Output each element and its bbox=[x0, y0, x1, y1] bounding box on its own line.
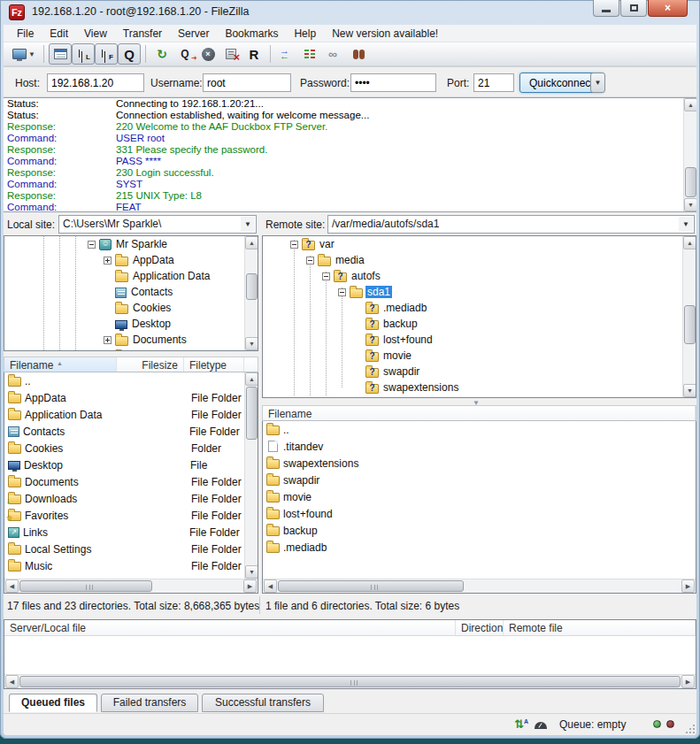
remote-list-hscrollbar[interactable]: ◀ ▶ bbox=[263, 579, 696, 593]
log-scrollbar[interactable]: ▲ ▼ bbox=[683, 98, 696, 211]
scrollbar-thumb[interactable] bbox=[685, 167, 696, 197]
tree-item-application-data[interactable]: Application Data bbox=[4, 268, 258, 284]
tab-failed-transfers[interactable]: Failed transfers bbox=[101, 694, 198, 712]
tree-item-sda1[interactable]: sda1 bbox=[263, 284, 696, 300]
scrollbar-thumb[interactable] bbox=[684, 305, 696, 344]
file-row[interactable]: swapextensions bbox=[263, 455, 696, 472]
scroll-left-icon[interactable]: ◀ bbox=[5, 675, 19, 688]
maximize-button[interactable] bbox=[620, 0, 647, 17]
file-row[interactable]: .. bbox=[263, 421, 696, 438]
remote-tree-scrollbar[interactable]: ▲ ▼ bbox=[682, 236, 696, 397]
scroll-right-icon[interactable]: ▶ bbox=[681, 675, 695, 688]
menu-bookmarks[interactable]: Bookmarks bbox=[217, 25, 286, 42]
tree-item-dvd[interactable]: dvd bbox=[263, 395, 696, 398]
menu-new-version-notice[interactable]: New version available! bbox=[324, 25, 446, 42]
file-row[interactable]: DownloadsFile Folder bbox=[4, 490, 244, 507]
scroll-up-icon[interactable]: ▲ bbox=[245, 372, 258, 386]
transfer-type-icon[interactable]: ⇅A bbox=[514, 717, 528, 731]
tree-item-desktop[interactable]: Desktop bbox=[4, 316, 258, 332]
close-button[interactable]: × bbox=[648, 0, 688, 17]
file-row[interactable]: DocumentsFile Folder bbox=[4, 473, 244, 490]
scroll-up-icon[interactable]: ▲ bbox=[245, 236, 258, 249]
scrollbar-thumb[interactable] bbox=[278, 580, 464, 592]
quickconnect-dropdown-button[interactable]: ▼ bbox=[590, 73, 605, 93]
file-row[interactable]: lost+found bbox=[263, 505, 696, 522]
local-list-hscrollbar[interactable]: ◀ ▶ bbox=[4, 579, 258, 593]
tree-item-swapextensions[interactable]: swapextensions bbox=[263, 380, 696, 395]
tree-item-swapdir[interactable]: swapdir bbox=[263, 364, 696, 380]
column-header-server-local-file[interactable]: Server/Local file bbox=[4, 620, 456, 635]
site-manager-button[interactable]: ▼ bbox=[9, 43, 39, 65]
tree-item-downloads[interactable]: Downloads bbox=[4, 348, 258, 351]
tree-item-var[interactable]: var bbox=[263, 236, 696, 252]
tree-item-documents[interactable]: Documents bbox=[4, 332, 258, 348]
menu-server[interactable]: Server bbox=[170, 25, 217, 42]
scrollbar-thumb[interactable] bbox=[246, 273, 258, 300]
collapse-icon[interactable] bbox=[88, 241, 96, 249]
tree-item-media[interactable]: media bbox=[263, 252, 696, 268]
scroll-down-icon[interactable]: ▼ bbox=[684, 198, 696, 211]
file-row[interactable]: AppDataFile Folder bbox=[4, 389, 244, 406]
scroll-left-icon[interactable]: ◀ bbox=[264, 579, 277, 593]
toggle-local-tree-button[interactable] bbox=[72, 43, 95, 65]
local-site-combobox[interactable]: C:\Users\Mr Sparkle\ ▼ bbox=[58, 215, 257, 234]
scrollbar-thumb[interactable] bbox=[19, 676, 681, 687]
file-row[interactable]: MusicFile Folder bbox=[4, 557, 244, 574]
host-input[interactable] bbox=[47, 73, 144, 92]
file-row[interactable]: ContactsFile Folder bbox=[4, 423, 244, 440]
tree-item-contacts[interactable]: Contacts bbox=[4, 284, 258, 300]
file-row[interactable]: backup bbox=[263, 522, 696, 539]
collapse-icon[interactable] bbox=[306, 257, 314, 265]
file-row[interactable]: Application DataFile Folder bbox=[4, 406, 244, 423]
scroll-right-icon[interactable]: ▶ bbox=[243, 579, 257, 593]
tab-queued-files[interactable]: Queued files bbox=[9, 694, 97, 712]
synchronized-browsing-button[interactable]: ∞ bbox=[321, 43, 344, 65]
find-files-button[interactable] bbox=[344, 43, 367, 65]
toggle-remote-tree-button[interactable] bbox=[95, 43, 118, 65]
directory-comparison-button[interactable] bbox=[298, 43, 321, 65]
menu-help[interactable]: Help bbox=[286, 25, 324, 42]
process-queue-button[interactable]: Q bbox=[173, 43, 196, 65]
file-row[interactable]: Local SettingsFile Folder bbox=[4, 541, 244, 557]
file-row[interactable]: swapdir bbox=[263, 472, 696, 488]
scroll-left-icon[interactable]: ◀ bbox=[5, 579, 19, 593]
scroll-up-icon[interactable]: ▲ bbox=[684, 98, 696, 111]
scrollbar-thumb[interactable] bbox=[19, 580, 152, 592]
collapse-icon[interactable] bbox=[322, 272, 330, 280]
column-header-direction[interactable]: Direction bbox=[456, 620, 504, 635]
refresh-button[interactable]: ↻ bbox=[150, 43, 173, 65]
tree-item-mr-sparkle[interactable]: Mr Sparkle bbox=[4, 236, 258, 252]
expand-icon[interactable] bbox=[104, 336, 112, 344]
collapse-icon[interactable] bbox=[290, 241, 298, 249]
column-header-remote-file[interactable]: Remote file bbox=[504, 620, 696, 635]
tree-item-appdata[interactable]: AppData bbox=[4, 252, 258, 268]
collapse-icon[interactable] bbox=[338, 288, 346, 296]
minimize-button[interactable] bbox=[593, 0, 619, 17]
toggle-queue-button[interactable]: Q bbox=[118, 43, 141, 65]
local-tree-scrollbar[interactable]: ▲ ▼ bbox=[244, 236, 258, 350]
disconnect-button[interactable] bbox=[219, 43, 242, 65]
file-row[interactable]: FavoritesFile Folder bbox=[4, 507, 244, 524]
file-row[interactable]: movie bbox=[263, 488, 696, 505]
password-input[interactable] bbox=[350, 73, 436, 92]
queue-hscrollbar[interactable]: ◀ ▶ bbox=[4, 674, 696, 688]
tree-item-lost-found[interactable]: lost+found bbox=[263, 332, 696, 348]
reconnect-button[interactable]: R bbox=[242, 43, 265, 65]
scroll-down-icon[interactable]: ▼ bbox=[245, 337, 258, 350]
tree-item-movie[interactable]: movie bbox=[263, 348, 696, 364]
menu-edit[interactable]: Edit bbox=[42, 25, 76, 42]
scroll-down-icon[interactable]: ▼ bbox=[683, 384, 696, 397]
file-row[interactable]: LinksFile Folder bbox=[4, 524, 244, 541]
remote-site-combobox[interactable]: /var/media/autofs/sda1 ▼ bbox=[327, 215, 695, 234]
tree-item-cookies[interactable]: Cookies bbox=[4, 300, 258, 316]
menu-view[interactable]: View bbox=[76, 25, 115, 42]
scrollbar-thumb[interactable] bbox=[246, 387, 258, 440]
title-bar[interactable]: Fz 192.168.1.20 - root@192.168.1.20 - Fi… bbox=[0, 0, 700, 25]
chevron-down-icon[interactable]: ▼ bbox=[679, 217, 693, 232]
tree-item-mediadb[interactable]: .mediadb bbox=[263, 300, 696, 316]
port-input[interactable] bbox=[473, 73, 514, 92]
menu-file[interactable]: File bbox=[9, 25, 42, 42]
speed-limit-icon[interactable] bbox=[535, 722, 547, 729]
resize-grip[interactable] bbox=[684, 723, 695, 733]
column-header-filename[interactable]: ▲Filename bbox=[4, 357, 117, 372]
